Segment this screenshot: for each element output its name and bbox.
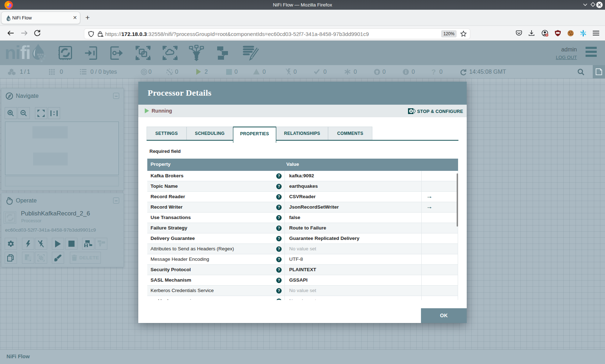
svg-text:fi: fi — [20, 42, 30, 63]
svg-text:?: ? — [431, 68, 436, 76]
svg-text:ni: ni — [5, 42, 20, 63]
